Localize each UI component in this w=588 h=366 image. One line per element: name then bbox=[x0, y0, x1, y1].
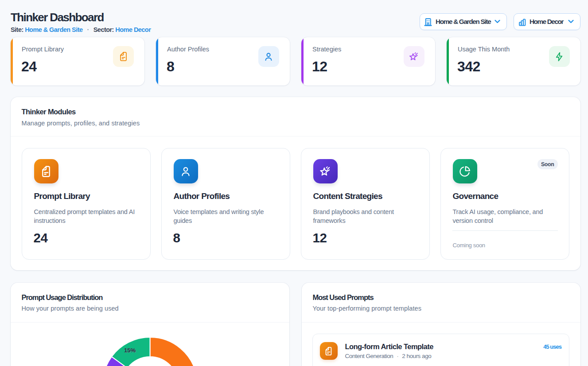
svg-text:15%: 15% bbox=[124, 347, 136, 354]
